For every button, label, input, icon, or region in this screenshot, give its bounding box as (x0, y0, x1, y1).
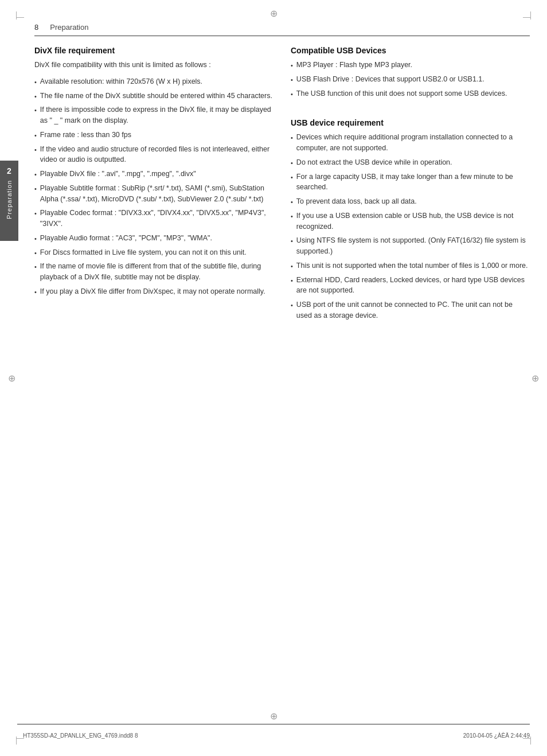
bullet-icon: • (291, 133, 293, 143)
compatible-usb-title: Compatible USB Devices (291, 46, 530, 55)
list-item: •MP3 Player : Flash type MP3 player. (291, 60, 530, 71)
list-item: •To prevent data loss, back up all data. (291, 196, 530, 207)
page-header: 8 Preparation (34, 23, 88, 32)
main-content: DivX file requirement DivX file compatib… (34, 46, 530, 330)
bullet-icon: • (34, 248, 37, 258)
page-container: ⊕ ⊕ ⊕ ⊕ 8 Preparation 2 Preparation DivX… (0, 0, 547, 756)
list-item: •Playable Audio format : "AC3", "PCM", "… (34, 233, 274, 244)
right-reg-mark: ⊕ (532, 373, 539, 384)
list-item: •Playable Subtitle format : SubRip (*.sr… (34, 183, 274, 205)
list-item: •If there is impossible code to express … (34, 104, 274, 126)
bullet-icon: • (34, 145, 37, 155)
top-reg-mark: ⊕ (270, 8, 278, 19)
bullet-icon: • (291, 276, 293, 286)
bullet-icon: • (34, 184, 37, 194)
footer-right: 2010-04-05 ¿ÀÈÄ 2:44:49 (463, 732, 530, 739)
usb-requirement-list: •Devices which require additional progra… (291, 132, 530, 321)
list-item: •For a large capacity USB, it may take l… (291, 172, 530, 193)
bullet-icon: • (34, 262, 37, 272)
page-header-title: Preparation (50, 23, 88, 32)
bullet-icon: • (34, 77, 37, 87)
bullet-icon: • (34, 92, 37, 102)
bullet-icon: • (291, 75, 293, 85)
bullet-icon: • (291, 61, 293, 71)
bullet-icon: • (291, 197, 293, 207)
bullet-icon: • (291, 212, 293, 221)
list-item: •Available resolution: within 720x576 (W… (34, 76, 274, 87)
usb-requirement-title: USB device requirement (291, 118, 530, 127)
divx-bullet-list: •Available resolution: within 720x576 (W… (34, 76, 274, 297)
list-item: •The USB function of this unit does not … (291, 88, 530, 99)
list-item: •USB Flash Drive : Devices that support … (291, 74, 530, 85)
side-tab: 2 Preparation (0, 161, 18, 241)
list-item: •If you use a USB extension cable or USB… (291, 211, 530, 232)
divx-intro: DivX file compatibility with this unit i… (34, 60, 274, 71)
left-column: DivX file requirement DivX file compatib… (34, 46, 274, 330)
list-item: •Using NTFS file system is not supported… (291, 235, 530, 257)
list-item: •The file name of the DivX subtitle shou… (34, 91, 274, 102)
bullet-icon: • (291, 262, 293, 271)
footer-left: HT355SD-A2_DPANLLK_ENG_4769.indd8 8 (23, 732, 138, 739)
bullet-icon: • (34, 234, 37, 244)
compatible-usb-list: •MP3 Player : Flash type MP3 player. •US… (291, 60, 530, 99)
side-tab-number: 2 (7, 166, 11, 176)
divx-section-title: DivX file requirement (34, 46, 274, 55)
right-column: Compatible USB Devices •MP3 Player : Fla… (291, 46, 530, 330)
list-item: •Do not extract the USB device while in … (291, 157, 530, 168)
side-tab-label: Preparation (6, 180, 13, 219)
bullet-icon: • (291, 89, 293, 99)
bullet-icon: • (34, 209, 37, 219)
left-reg-mark: ⊕ (8, 373, 15, 384)
bullet-icon: • (34, 106, 37, 115)
top-rule (34, 36, 530, 36)
list-item: •USB port of the unit cannot be connecte… (291, 299, 530, 321)
bullet-icon: • (291, 158, 293, 168)
bullet-icon: • (34, 170, 37, 180)
bullet-icon: • (291, 301, 293, 310)
bottom-reg-mark: ⊕ (270, 711, 278, 722)
bottom-rule (17, 724, 530, 724)
page-number: 8 (34, 23, 38, 32)
footer: HT355SD-A2_DPANLLK_ENG_4769.indd8 8 2010… (23, 732, 530, 739)
list-item: •External HDD, Card readers, Locked devi… (291, 275, 530, 297)
bullet-icon: • (34, 131, 37, 141)
list-item: •If the video and audio structure of rec… (34, 144, 274, 166)
list-item: •For Discs formatted in Live file system… (34, 247, 274, 258)
bullet-icon: • (291, 236, 293, 246)
bullet-icon: • (34, 287, 37, 297)
list-item: •If the name of movie file is different … (34, 261, 274, 283)
list-item: •Frame rate : less than 30 fps (34, 130, 274, 141)
list-item: •Devices which require additional progra… (291, 132, 530, 154)
list-item: •If you play a DivX file differ from Div… (34, 286, 274, 297)
list-item: •Playable Codec format : "DIVX3.xx", "DI… (34, 208, 274, 229)
bullet-icon: • (291, 173, 293, 182)
list-item: •This unit is not supported when the tot… (291, 260, 530, 271)
list-item: •Playable DivX file : ".avi", ".mpg", ".… (34, 169, 274, 180)
